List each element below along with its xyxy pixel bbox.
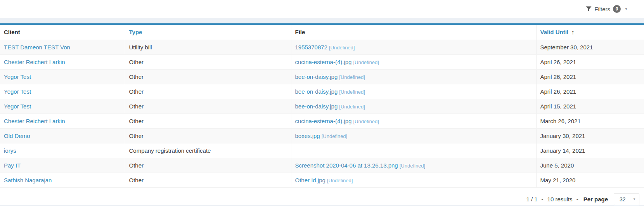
filter-icon (586, 6, 592, 12)
valid-until-cell: June 5, 2020 (536, 158, 644, 173)
column-header-valid-until-label: Valid Until (540, 29, 569, 35)
client-link[interactable]: Chester Reichert Larkin (4, 59, 65, 65)
filters-label: Filters (594, 6, 610, 12)
file-undefined-tag[interactable]: [Undefined] (339, 104, 365, 110)
file-link[interactable]: bee-on-daisy.jpg (295, 73, 338, 80)
select-caret-icon: ▼ (633, 197, 636, 201)
column-header-client: Client (0, 25, 125, 40)
table-header-row: Client Type File Valid Until↑ (0, 25, 644, 40)
table-row: TEST Dameon TEST Von Utility bill 195537… (0, 40, 644, 54)
table-row: Chester Reichert Larkin Other cucina-est… (0, 54, 644, 69)
file-undefined-tag[interactable]: [Undefined] (322, 133, 348, 139)
column-header-file: File (291, 25, 536, 40)
table-row: Pay IT Other Screenshot 2020-04-06 at 13… (0, 158, 644, 173)
pagination-separator: - (542, 196, 544, 203)
client-link[interactable]: Chester Reichert Larkin (4, 118, 65, 124)
valid-until-cell: April 26, 2021 (536, 69, 644, 84)
file-undefined-tag[interactable]: [Undefined] (329, 45, 355, 51)
type-cell: Company registration certificate (125, 143, 291, 158)
column-header-type[interactable]: Type (125, 25, 291, 40)
type-cell: Other (125, 99, 291, 113)
documents-table-panel: Client Type File Valid Until↑ TEST Dameo… (0, 23, 644, 205)
page-indicator: 1 / 1 (526, 196, 537, 203)
table-row: iorys Company registration certificate J… (0, 143, 644, 158)
valid-until-cell: April 26, 2021 (536, 54, 644, 69)
client-link[interactable]: Sathish Nagarajan (4, 177, 52, 183)
type-cell: Other (125, 113, 291, 128)
valid-until-cell: May 21, 2020 (536, 173, 644, 187)
file-undefined-tag[interactable]: [Undefined] (353, 119, 379, 124)
per-page-value: 32 (620, 196, 626, 203)
table-row: Yegor Test Other bee-on-daisy.jpg[Undefi… (0, 84, 644, 99)
pagination: 1 / 1 - 10 results - Per page 32 ▼ (0, 188, 644, 205)
table-row: Chester Reichert Larkin Other cucina-est… (0, 113, 644, 128)
documents-table: Client Type File Valid Until↑ TEST Dameo… (0, 25, 644, 188)
per-page-select[interactable]: 32 ▼ (614, 194, 639, 205)
file-link[interactable]: Other Id.jpg (295, 177, 325, 183)
table-row: Sathish Nagarajan Other Other Id.jpg[Und… (0, 173, 644, 187)
client-link[interactable]: TEST Dameon TEST Von (4, 44, 70, 51)
file-undefined-tag[interactable]: [Undefined] (353, 59, 379, 65)
client-link[interactable]: Yegor Test (4, 73, 31, 80)
client-link[interactable]: Pay IT (4, 162, 21, 169)
file-link[interactable]: bee-on-daisy.jpg (295, 103, 338, 110)
results-count: 10 results (547, 196, 573, 203)
column-header-valid-until[interactable]: Valid Until↑ (536, 25, 644, 40)
table-row: Old Demo Other boxes.jpg[Undefined] Janu… (0, 128, 644, 143)
valid-until-cell: September 30, 2021 (536, 40, 644, 54)
type-cell: Other (125, 84, 291, 99)
file-link[interactable]: cucina-esterna-(4).jpg (295, 59, 352, 65)
type-cell: Other (125, 158, 291, 173)
valid-until-cell: March 26, 2021 (536, 113, 644, 128)
type-cell: Other (125, 128, 291, 143)
per-page-label: Per page (583, 196, 608, 203)
file-link[interactable]: bee-on-daisy.jpg (295, 88, 338, 95)
pagination-separator: - (576, 196, 578, 203)
table-row: Yegor Test Other bee-on-daisy.jpg[Undefi… (0, 99, 644, 113)
file-link[interactable]: Screenshot 2020-04-06 at 13.26.13.png (295, 162, 398, 169)
type-cell: Other (125, 54, 291, 69)
client-link[interactable]: Yegor Test (4, 103, 31, 110)
sort-ascending-icon: ↑ (571, 29, 575, 35)
file-undefined-tag[interactable]: [Undefined] (339, 89, 365, 95)
valid-until-cell: April 15, 2021 (536, 99, 644, 113)
file-link[interactable]: boxes.jpg (295, 133, 320, 139)
client-link[interactable]: Yegor Test (4, 88, 31, 95)
client-link[interactable]: iorys (4, 147, 16, 154)
file-link[interactable]: cucina-esterna-(4).jpg (295, 118, 352, 124)
type-cell: Utility bill (125, 40, 291, 54)
toolbar: Filters 0 ▼ (0, 0, 644, 18)
file-undefined-tag[interactable]: [Undefined] (400, 163, 426, 169)
type-cell: Other (125, 69, 291, 84)
caret-down-icon: ▼ (625, 7, 628, 11)
file-undefined-tag[interactable]: [Undefined] (339, 74, 365, 80)
valid-until-cell: January 14, 2021 (536, 143, 644, 158)
valid-until-cell: April 26, 2021 (536, 84, 644, 99)
file-undefined-tag[interactable]: [Undefined] (327, 178, 353, 183)
file-link[interactable]: 1955370872 (295, 44, 327, 51)
type-cell: Other (125, 173, 291, 187)
filters-button[interactable]: Filters 0 ▼ (586, 5, 628, 13)
client-link[interactable]: Old Demo (4, 133, 30, 139)
filters-count-badge: 0 (613, 5, 621, 13)
valid-until-cell: January 30, 2021 (536, 128, 644, 143)
table-row: Yegor Test Other bee-on-daisy.jpg[Undefi… (0, 69, 644, 84)
